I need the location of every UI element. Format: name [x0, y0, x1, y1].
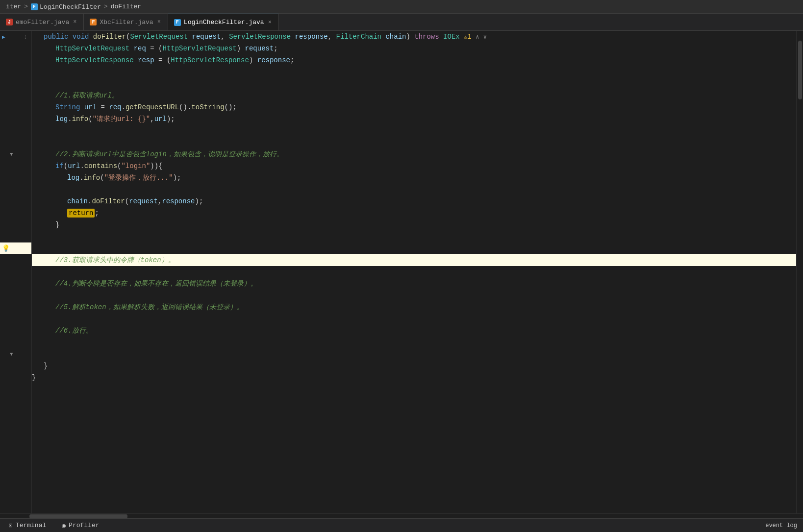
filter-icon: F: [31, 3, 38, 10]
gutter-line-17: [0, 219, 31, 231]
profiler-tab[interactable]: ◉ Profiler: [59, 521, 102, 531]
gutter-line-24: [0, 301, 31, 313]
terminal-icon: ⊡: [9, 522, 13, 530]
code-close-if: }: [32, 219, 796, 231]
login-filter-icon: F: [174, 19, 181, 26]
gutter-line-11: ▼: [0, 148, 31, 160]
code-log-login: log.info("登录操作，放行...");: [32, 172, 796, 184]
close-tab-button[interactable]: ×: [72, 19, 77, 25]
profiler-icon: ◉: [62, 522, 66, 530]
gutter-line-10: [0, 137, 31, 148]
event-log-label[interactable]: event log: [765, 522, 797, 529]
gutter-line-26: [0, 325, 31, 337]
code-return: return;: [32, 207, 796, 219]
tab-bar: J emoFilter.java × F XbcFilter.java × F …: [0, 14, 803, 31]
terminal-label: Terminal: [16, 522, 46, 529]
gutter-line-18: [0, 231, 31, 242]
close-tab-button[interactable]: ×: [267, 19, 273, 26]
tab-logincheckfilter[interactable]: F LoginCheckFilter.java ×: [168, 14, 279, 30]
status-right: event log: [765, 522, 797, 529]
gutter-line-27: [0, 337, 31, 348]
scrollbar-thumb[interactable]: [798, 41, 802, 99]
line-gutter: ▶ ↕ ▼ 💡 ▼: [0, 31, 32, 513]
gutter-line-15: [0, 195, 31, 207]
gutter-line-8: [0, 113, 31, 125]
vertical-scrollbar[interactable]: [796, 31, 803, 513]
chevron-down-icon[interactable]: ∨: [483, 33, 487, 41]
blank-line-3: [32, 125, 796, 137]
tab-label: LoginCheckFilter.java: [184, 19, 264, 26]
gutter-line-16: [0, 207, 31, 219]
blank-line-7: [32, 242, 796, 254]
blank-line-2: [32, 78, 796, 90]
code-line-httpresponse: HttpServletResponse resp = (HttpServletR…: [32, 54, 796, 66]
gutter-line-29: [0, 360, 31, 372]
editor-container: ▶ ↕ ▼ 💡 ▼: [0, 31, 803, 513]
blank-line-9: [32, 290, 796, 301]
gutter-line-4: [0, 66, 31, 78]
blank-line-8: [32, 266, 796, 278]
java-file-icon: J: [6, 19, 13, 25]
code-log-url: log.info("请求的url: {}",url);: [32, 113, 796, 125]
gutter-line-25: [0, 313, 31, 325]
code-if-login: if(url.contains("login")){: [32, 160, 796, 172]
blank-line-4: [32, 137, 796, 148]
gutter-line-19: 💡: [0, 242, 31, 254]
code-close-method: }: [32, 360, 796, 372]
comment-5: //5.解析token，如果解析失败，返回错误结果（未登录）。: [32, 301, 796, 313]
gutter-line-14: [0, 184, 31, 195]
gutter-line-9: [0, 125, 31, 137]
tab-xbcfilter[interactable]: F XbcFilter.java ×: [84, 14, 168, 30]
comment-4: //4.判断令牌是否存在，如果不存在，返回错误结果（未登录）。: [32, 278, 796, 290]
terminal-tab[interactable]: ⊡ Terminal: [6, 521, 49, 531]
code-chain-dofilter: chain.doFilter(request,response);: [32, 195, 796, 207]
blank-line-11: [32, 337, 796, 348]
gutter-line-1: ▶ ↕: [0, 31, 31, 43]
gutter-line-6: [0, 90, 31, 101]
arrow-icon: ▶: [2, 34, 5, 40]
comment-1: //1.获取请求url。: [32, 90, 796, 101]
fold-icon[interactable]: ▼: [10, 351, 13, 357]
chevron-up-icon[interactable]: ∧: [476, 33, 479, 41]
blank-line-6: [32, 231, 796, 242]
comment-6: //6.放行。: [32, 325, 796, 337]
close-tab-button[interactable]: ×: [156, 19, 162, 25]
bulb-icon[interactable]: 💡: [2, 244, 10, 252]
tab-label: emoFilter.java: [16, 19, 69, 26]
gutter-line-21: [0, 266, 31, 278]
gutter-line-28: ▼: [0, 348, 31, 360]
fold-icon[interactable]: ▼: [10, 151, 13, 157]
gutter-line-2: [0, 43, 31, 54]
blank-line-1: [32, 66, 796, 78]
gutter-line-20: [0, 254, 31, 266]
gutter-line-23: [0, 290, 31, 301]
gutter-line-12: [0, 160, 31, 172]
breadcrumb-item-method[interactable]: doFilter: [111, 3, 141, 10]
horizontal-scrollbar[interactable]: [0, 513, 803, 518]
comment-2: //2.判断请求url中是否包含login，如果包含，说明是登录操作，放行。: [32, 148, 796, 160]
comment-3-highlighted: //3.获取请求头中的令牌（token）。: [32, 254, 796, 266]
breadcrumb-item[interactable]: iter: [6, 3, 21, 10]
gutter-line-7: [0, 101, 31, 113]
method-signature-line: public void doFilter(ServletRequest requ…: [32, 31, 796, 43]
gutter-line-5: [0, 78, 31, 90]
code-close-class: }: [32, 372, 796, 384]
code-line-httprequest: HttpServletRequest req = (HttpServletReq…: [32, 43, 796, 54]
bottom-bar: ⊡ Terminal ◉ Profiler event log: [0, 518, 803, 532]
gutter-line-22: [0, 278, 31, 290]
breadcrumb: iter > F LoginCheckFilter > doFilter: [0, 0, 803, 14]
h-scrollbar-thumb[interactable]: [29, 514, 127, 518]
xbc-filter-icon: F: [90, 19, 97, 25]
gutter-line-3: [0, 54, 31, 66]
blank-line-12: [32, 348, 796, 360]
profiler-label: Profiler: [69, 522, 99, 529]
return-keyword: return: [67, 209, 95, 218]
breadcrumb-item-filter[interactable]: F LoginCheckFilter: [31, 2, 101, 11]
blank-line-5: [32, 184, 796, 195]
blank-line-10: [32, 313, 796, 325]
code-editor[interactable]: public void doFilter(ServletRequest requ…: [32, 31, 796, 513]
warning-icon: ⚠: [464, 33, 467, 41]
code-url-assign: String url = req.getRequestURL().toStrin…: [32, 101, 796, 113]
gutter-line-13: [0, 172, 31, 184]
tab-emofilter[interactable]: J emoFilter.java ×: [0, 14, 84, 30]
